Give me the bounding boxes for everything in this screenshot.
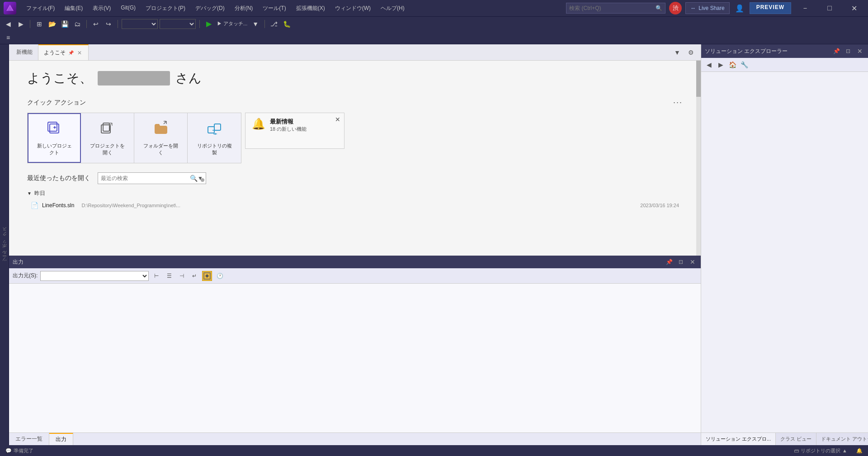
status-repo-arrow: ▲ [842, 448, 847, 453]
tab-welcome[interactable]: ようこそ 📌 ✕ [38, 44, 89, 60]
recent-search-box[interactable]: 🔍 ▼ [98, 172, 206, 184]
quick-actions-buttons: ✦ 新しいプロジェクト [27, 113, 241, 163]
side-panel-button[interactable]: ≡ [3, 32, 14, 43]
output-source-select[interactable] [40, 271, 149, 281]
forward-button[interactable]: ▶ [15, 19, 26, 29]
toolbar-separator [30, 20, 30, 28]
tab-new-feature[interactable]: 新機能 [11, 44, 38, 60]
live-share-button[interactable]: ↔ Live Share [685, 2, 729, 14]
new-project-button[interactable]: ✦ 新しいプロジェクト [28, 113, 81, 163]
tab-settings-button[interactable]: ⚙ [685, 47, 696, 58]
menu-debug[interactable]: デバッグ(D) [191, 3, 229, 14]
status-repo[interactable]: 🗃 リポジトリの選択 ▲ [792, 447, 849, 454]
toolbar: ◀ ▶ ⊞ 📂 💾 🗂 ↩ ↪ ▶ ▶ アタッチ... ▼ ⎇ 🐛 [0, 16, 868, 31]
sol-tab-document-outline[interactable]: ドキュメント アウトライン [816, 433, 868, 445]
search-input[interactable] [569, 5, 656, 11]
sol-back-button[interactable]: ◀ [704, 60, 714, 70]
layout-button[interactable]: ⊞ [34, 19, 45, 29]
status-ready[interactable]: 💬 準備完了 [4, 447, 35, 454]
open-folder-button[interactable]: 📂 [47, 19, 57, 29]
greeting-text: ようこそ、 [27, 70, 92, 87]
menu-help[interactable]: ヘルプ(H) [376, 3, 409, 14]
solution-explorer-content [701, 72, 868, 432]
output-active-button[interactable] [202, 271, 212, 281]
new-project-icon: ✦ [46, 120, 62, 140]
align-center-button[interactable]: ☰ [164, 271, 174, 281]
sol-tab-class-view[interactable]: クラス ビュー [776, 433, 816, 445]
menu-tools[interactable]: ツール(T) [258, 3, 290, 14]
sol-forward-button[interactable]: ▶ [716, 60, 726, 70]
recent-search-icon: 🔍 [190, 175, 198, 182]
menu-window[interactable]: ウィンドウ(W) [330, 3, 375, 14]
preview-button[interactable]: PREVIEW [750, 2, 791, 14]
sol-settings-button[interactable]: 🔧 [739, 60, 749, 70]
more-options-button[interactable]: ··· [673, 98, 683, 107]
clone-repo-button[interactable]: リポジトリの複製 [188, 113, 241, 163]
output-panel: 出力 📌 ⊡ ✕ 出力元(S): ⊢ ☰ ⊣ ↵ 🕐 [9, 256, 701, 432]
tab-welcome-close[interactable]: ✕ [76, 50, 83, 56]
close-button[interactable]: ✕ [844, 0, 864, 16]
output-dock-button[interactable]: ⊡ [676, 257, 685, 266]
save-button[interactable]: 💾 [59, 19, 70, 29]
config-dropdown[interactable] [122, 19, 158, 29]
align-left-button[interactable]: ⊢ [151, 271, 161, 281]
recent-item-linefonts[interactable]: 📄 LineFonts.sln D:\Repository\Weekend_Pr… [27, 200, 683, 211]
platform-dropdown[interactable] [160, 19, 196, 29]
news-card-close-button[interactable]: ✕ [335, 116, 340, 123]
tab-pin-icon: 📌 [68, 50, 74, 55]
menu-extensions[interactable]: 拡張機能(X) [292, 3, 330, 14]
bottom-tab-error-list[interactable]: エラー一覧 [9, 433, 49, 445]
welcome-scrollbar-thumb[interactable] [696, 61, 701, 97]
clone-repo-icon [206, 120, 222, 140]
attach-label[interactable]: ▶ アタッチ... [216, 19, 248, 29]
solution-dock-button[interactable]: ⊡ [844, 47, 853, 56]
align-right-button[interactable]: ⊣ [177, 271, 187, 281]
output-pin-button[interactable]: 📌 [665, 257, 674, 266]
menu-edit[interactable]: 編集(E) [60, 3, 87, 14]
maximize-button[interactable]: □ [819, 0, 840, 16]
run-button[interactable]: ▶ [203, 19, 214, 29]
person-icon[interactable]: 👤 [733, 2, 746, 14]
search-box[interactable]: 🔍 [566, 3, 665, 14]
yesterday-label[interactable]: ▼ 昨日 [27, 190, 683, 197]
open-project-button[interactable]: プロジェクトを開く [81, 113, 134, 163]
output-close-button[interactable]: ✕ [688, 257, 697, 266]
activity-bar-label: ツールボックス [0, 224, 9, 268]
sol-home-button[interactable]: 🏠 [727, 60, 737, 70]
status-notification[interactable]: 🔔 [854, 448, 864, 454]
menu-project[interactable]: プロジェクト(P) [141, 3, 190, 14]
yesterday-section: ▼ 昨日 📄 LineFonts.sln D:\Repository\Weeke… [27, 190, 683, 211]
redo-button[interactable]: ↪ [103, 19, 114, 29]
center-column: 新機能 ようこそ 📌 ✕ ▼ ⚙ ようこそ、 さん クイック アクション [9, 44, 701, 445]
minimize-button[interactable]: － [795, 0, 816, 16]
sol-tab-solution-explorer[interactable]: ソリューション エクスプロ... [701, 433, 776, 445]
solution-pin-button[interactable]: 📌 [832, 47, 841, 56]
menu-analyze[interactable]: 分析(N) [230, 3, 258, 14]
welcome-scrollbar[interactable] [696, 61, 701, 256]
git-button[interactable]: ⎇ [269, 19, 279, 29]
user-avatar[interactable]: 渋 [669, 2, 682, 14]
open-folder-label: フォルダーを開く [143, 142, 178, 156]
save-all-button[interactable]: 🗂 [72, 19, 83, 29]
recent-item-date: 2023/03/16 19:24 [640, 203, 679, 208]
recent-search-input[interactable] [101, 175, 190, 181]
wrap-button[interactable]: ↵ [189, 271, 199, 281]
tab-overflow-button[interactable]: ▼ [672, 47, 683, 58]
news-subtitle: 18 の新しい機能 [270, 126, 338, 133]
content-row: ツールボックス 新機能 ようこそ 📌 ✕ ▼ ⚙ ようこそ、 さん [0, 44, 868, 445]
menu-view[interactable]: 表示(V) [88, 3, 115, 14]
output-source-label: 出力元(S): [13, 272, 38, 280]
bottom-tab-output[interactable]: 出力 [49, 433, 73, 445]
menu-git[interactable]: Git(G) [116, 3, 140, 14]
tab-welcome-label: ようこそ [44, 49, 66, 57]
debug-button[interactable]: 🐛 [281, 19, 292, 29]
attach-dropdown-button[interactable]: ▼ [250, 19, 261, 29]
solution-close-button[interactable]: ✕ [855, 47, 864, 56]
clock-button[interactable]: 🕐 [215, 271, 225, 281]
solution-explorer-header: ソリューション エクスプローラー 📌 ⊡ ✕ [701, 44, 868, 58]
back-button[interactable]: ◀ [3, 19, 14, 29]
undo-button[interactable]: ↩ [90, 19, 101, 29]
user-name-blurred [98, 71, 170, 86]
menu-file[interactable]: ファイル(F) [22, 3, 59, 14]
open-folder-button[interactable]: フォルダーを開く [134, 113, 188, 163]
